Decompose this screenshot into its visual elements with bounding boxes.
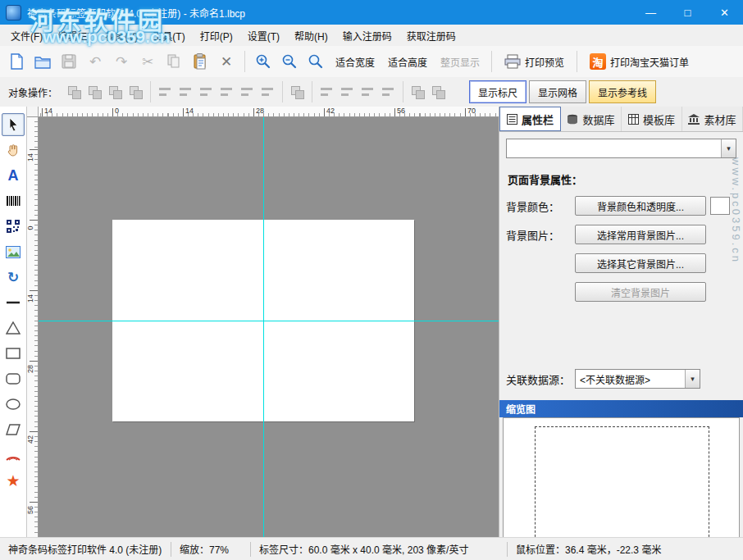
show-guides-toggle[interactable]: 显示参考线 (589, 80, 656, 103)
print-preview-button[interactable]: 打印预览 (498, 54, 571, 69)
vruler-number: 14 (27, 152, 34, 163)
status-zoom: 缩放：77% (171, 542, 250, 556)
paste-clipboard-icon (193, 53, 207, 70)
select-tool[interactable] (2, 113, 25, 136)
menu-tools[interactable]: 工具(T) (145, 25, 192, 46)
background-color-button[interactable]: 背景颜色和透明度... (575, 196, 706, 216)
vertical-ruler: 14 0 14 28 42 56 (27, 117, 39, 538)
rounded-rectangle-tool[interactable] (2, 367, 25, 390)
tab-properties[interactable]: 属性栏 (499, 107, 561, 131)
zoom-out-button[interactable] (277, 50, 302, 73)
vertical-guide-line[interactable] (263, 117, 264, 538)
zoom-icon (308, 53, 324, 70)
ellipse-tool[interactable] (2, 393, 25, 416)
copy-button[interactable] (162, 50, 186, 73)
polygon-icon (6, 424, 21, 435)
align-top-icon[interactable] (217, 83, 236, 102)
vruler-number: 56 (27, 504, 34, 516)
triangle-tool[interactable] (2, 316, 25, 339)
show-grid-toggle[interactable]: 显示网格 (529, 80, 586, 103)
datasource-combobox[interactable]: <不关联数据源> ▾ (575, 369, 700, 389)
align-middle-icon[interactable] (238, 83, 257, 102)
open-button[interactable] (30, 50, 55, 73)
chevron-down-icon[interactable]: ▾ (685, 370, 700, 388)
hruler-number: 56 (397, 107, 405, 115)
properties-list-icon (507, 114, 517, 125)
order-icon[interactable] (126, 83, 145, 102)
menu-enter-regcode[interactable]: 输入注册码 (335, 25, 399, 46)
chevron-down-icon[interactable]: ▾ (721, 139, 736, 157)
tab-materials[interactable]: 素材库 (682, 107, 743, 131)
text-tool[interactable]: A (2, 164, 25, 187)
fit-page-button[interactable]: 整页显示 (435, 55, 485, 69)
distribute-horizontal-icon[interactable] (317, 83, 336, 102)
qrcode-tool[interactable] (2, 215, 25, 238)
align-center-icon[interactable] (176, 83, 195, 102)
combine-icon[interactable] (65, 83, 84, 102)
flip-horizontal-icon[interactable] (408, 83, 427, 102)
fit-width-button[interactable]: 适合宽度 (330, 55, 381, 69)
ungroup-icon[interactable] (106, 83, 125, 102)
qrcode-icon (7, 220, 20, 233)
align-right-icon[interactable] (197, 83, 216, 102)
same-width-icon[interactable] (358, 83, 377, 102)
undo-button[interactable]: ↶ (83, 50, 107, 73)
fit-height-button[interactable]: 适合高度 (382, 55, 433, 69)
maximize-button[interactable]: □ (669, 0, 706, 25)
paste-button[interactable] (188, 50, 212, 73)
choose-other-background-button[interactable]: 选择其它背景图片... (575, 253, 706, 273)
menu-print[interactable]: 打印(P) (193, 25, 240, 46)
cut-button[interactable]: ✂ (135, 50, 160, 73)
rectangle-tool[interactable] (2, 342, 25, 365)
pan-tool[interactable] (2, 139, 25, 162)
tab-templates[interactable]: 模板库 (622, 107, 682, 131)
background-color-row: 背景颜色： 背景颜色和透明度... (506, 196, 736, 216)
minimize-button[interactable]: — (632, 0, 669, 25)
menu-help[interactable]: 帮助(H) (287, 25, 335, 46)
menu-edit[interactable]: 编辑(E) (50, 25, 98, 46)
choose-common-background-button[interactable]: 选择常用背景图片... (575, 225, 706, 244)
image-tool[interactable] (2, 240, 25, 263)
image-icon (6, 246, 21, 258)
menu-file[interactable]: 文件(F) (3, 25, 50, 46)
clear-background-button[interactable]: 清空背景图片 (575, 282, 706, 302)
horizontal-guide-line[interactable] (39, 321, 499, 321)
taobao-order-button[interactable]: 淘 打印淘宝天猫订单 (583, 53, 695, 70)
cursor-icon (7, 117, 20, 132)
template-combobox[interactable]: ▾ (506, 139, 736, 158)
star-tool[interactable]: ★ (2, 469, 25, 492)
distribute-vertical-icon[interactable] (338, 83, 357, 102)
page-background-section-title: 页面背景属性： (508, 171, 736, 187)
polygon-tool[interactable] (2, 418, 25, 441)
rotate-tool[interactable]: ↻ (2, 266, 25, 289)
new-document-button[interactable] (4, 50, 29, 73)
design-canvas[interactable] (39, 117, 499, 538)
rectangle-icon (6, 348, 21, 359)
line-tool[interactable] (2, 291, 25, 314)
main-area: A ↻ (0, 107, 743, 538)
same-size-icon[interactable] (288, 83, 307, 102)
close-button[interactable]: ✕ (706, 0, 743, 25)
arc-tool[interactable] (2, 444, 25, 467)
app-window: 神奇条码标签打印软件 4.0 (未注册) - 未命名1.lbcp — □ ✕ 河… (0, 0, 743, 560)
background-color-swatch[interactable] (710, 197, 730, 215)
show-ruler-toggle[interactable]: 显示标尺 (469, 80, 526, 103)
align-bottom-icon[interactable] (258, 83, 277, 102)
tab-database[interactable]: 数据库 (561, 107, 622, 131)
align-left-icon[interactable] (156, 83, 175, 102)
save-button[interactable] (57, 50, 81, 73)
group-icon[interactable] (85, 83, 104, 102)
zoom-tool-button[interactable] (303, 50, 328, 73)
menu-get-regcode[interactable]: 获取注册码 (399, 25, 463, 46)
same-height-icon[interactable] (379, 83, 398, 102)
barcode-tool[interactable] (2, 189, 25, 212)
menu-settings[interactable]: 设置(T) (240, 25, 287, 46)
zoom-in-button[interactable] (251, 50, 276, 73)
delete-button[interactable]: ✕ (214, 50, 239, 73)
background-color-label: 背景颜色： (506, 198, 575, 214)
menu-view[interactable]: 视图(V) (98, 25, 145, 46)
title-bar: 神奇条码标签打印软件 4.0 (未注册) - 未命名1.lbcp — □ ✕ (0, 0, 743, 25)
toolbar-separator (403, 81, 403, 102)
redo-button[interactable]: ↷ (109, 50, 134, 73)
flip-vertical-icon[interactable] (429, 83, 448, 102)
